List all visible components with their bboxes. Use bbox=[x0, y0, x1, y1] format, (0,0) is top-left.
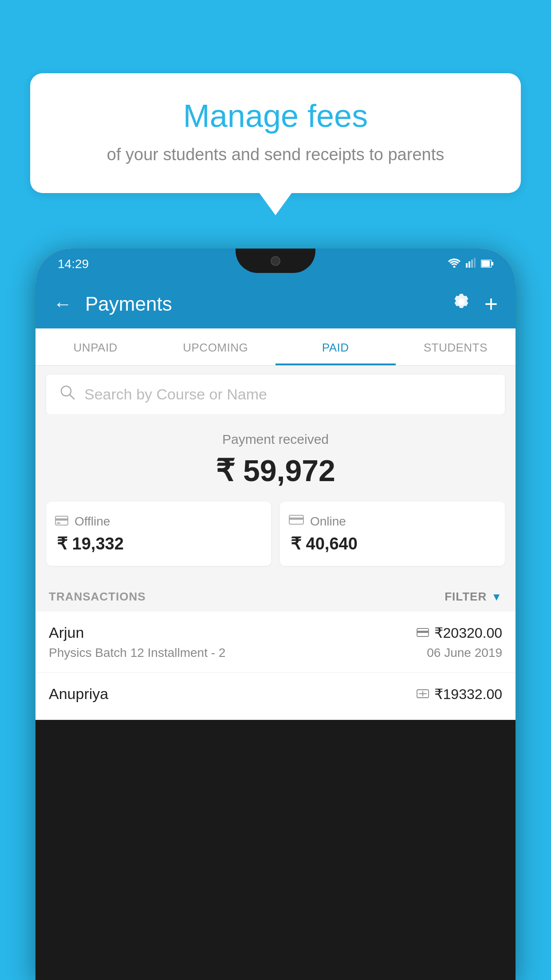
transactions-label: TRANSACTIONS bbox=[49, 590, 146, 604]
online-icon bbox=[289, 514, 304, 529]
transaction-name: Arjun bbox=[49, 624, 84, 641]
online-amount: ₹ 40,640 bbox=[289, 534, 496, 553]
speech-bubble: Manage fees of your students and send re… bbox=[30, 73, 521, 193]
search-icon bbox=[59, 384, 75, 404]
transaction-name-2: Anupriya bbox=[49, 685, 108, 703]
payment-total-amount: ₹ 59,972 bbox=[46, 453, 505, 488]
search-bar[interactable]: Search by Course or Name bbox=[46, 375, 505, 414]
svg-rect-7 bbox=[492, 262, 493, 265]
svg-rect-16 bbox=[417, 631, 429, 633]
payment-cards: Offline ₹ 19,332 Online bbox=[46, 502, 505, 566]
transaction-row-top-2: Anupriya ₹19332.00 bbox=[49, 685, 502, 703]
svg-rect-14 bbox=[289, 518, 303, 520]
offline-amount: ₹ 19,332 bbox=[55, 534, 262, 553]
transaction-item-arjun[interactable]: Arjun ₹20320.00 Physics Batch 12 Install… bbox=[35, 612, 516, 673]
app-bar-title: Payments bbox=[85, 293, 438, 315]
transaction-amount: ₹20320.00 bbox=[434, 624, 502, 641]
filter-icon: ▼ bbox=[491, 591, 502, 603]
svg-rect-1 bbox=[466, 263, 468, 268]
filter-label: FILTER bbox=[445, 590, 487, 604]
transaction-item-anupriya[interactable]: Anupriya ₹19332.00 bbox=[35, 673, 516, 720]
notch bbox=[236, 249, 315, 273]
transaction-row-top: Arjun ₹20320.00 bbox=[49, 624, 502, 641]
transaction-amount-2: ₹19332.00 bbox=[434, 686, 502, 703]
svg-rect-4 bbox=[474, 258, 476, 268]
svg-point-0 bbox=[453, 266, 456, 268]
tab-upcoming[interactable]: UPCOMING bbox=[156, 328, 276, 365]
transaction-course: Physics Batch 12 Installment - 2 bbox=[49, 646, 225, 660]
settings-button[interactable] bbox=[452, 292, 471, 316]
transaction-payment-icon bbox=[417, 625, 429, 640]
svg-rect-3 bbox=[471, 260, 473, 268]
transaction-row-bottom: Physics Batch 12 Installment - 2 06 June… bbox=[49, 646, 502, 660]
transaction-amount-row: ₹20320.00 bbox=[417, 624, 502, 641]
status-icons bbox=[448, 258, 493, 270]
tab-paid[interactable]: PAID bbox=[276, 328, 396, 365]
wifi-icon bbox=[448, 258, 460, 270]
phone-screen: 14:29 bbox=[35, 249, 516, 720]
online-card-header: Online bbox=[289, 514, 496, 529]
online-payment-card: Online ₹ 40,640 bbox=[280, 502, 505, 566]
offline-label: Offline bbox=[75, 514, 110, 529]
app-bar: ← Payments + bbox=[35, 280, 516, 328]
content-area: Search by Course or Name Payment receive… bbox=[35, 366, 516, 720]
svg-rect-11 bbox=[55, 518, 68, 521]
status-time: 14:29 bbox=[58, 257, 89, 271]
speech-bubble-subtitle: of your students and send receipts to pa… bbox=[57, 143, 494, 166]
speech-bubble-title: Manage fees bbox=[57, 98, 494, 134]
filter-button[interactable]: FILTER ▼ bbox=[445, 590, 502, 604]
payment-label: Payment received bbox=[46, 432, 505, 447]
online-label: Online bbox=[310, 514, 346, 529]
transaction-payment-icon-2 bbox=[417, 687, 429, 702]
svg-rect-12 bbox=[57, 522, 60, 524]
svg-rect-2 bbox=[468, 261, 470, 268]
add-button[interactable]: + bbox=[484, 292, 498, 316]
signal-icon bbox=[466, 258, 476, 270]
svg-rect-6 bbox=[482, 261, 490, 267]
tab-students[interactable]: STUDENTS bbox=[396, 328, 516, 365]
offline-payment-card: Offline ₹ 19,332 bbox=[46, 502, 271, 566]
offline-card-header: Offline bbox=[55, 514, 262, 529]
camera-notch bbox=[271, 256, 280, 266]
payment-summary: Payment received ₹ 59,972 bbox=[35, 414, 516, 579]
tab-bar: UNPAID UPCOMING PAID STUDENTS bbox=[35, 328, 516, 366]
transactions-header: TRANSACTIONS FILTER ▼ bbox=[35, 579, 516, 612]
battery-icon bbox=[481, 258, 493, 270]
svg-line-9 bbox=[70, 395, 74, 399]
app-bar-icons: + bbox=[452, 292, 498, 316]
phone-device: 14:29 bbox=[35, 249, 516, 980]
transaction-date: 06 June 2019 bbox=[427, 646, 502, 660]
offline-icon bbox=[55, 514, 68, 529]
search-input[interactable]: Search by Course or Name bbox=[84, 386, 267, 403]
back-button[interactable]: ← bbox=[53, 293, 72, 315]
tab-unpaid[interactable]: UNPAID bbox=[35, 328, 156, 365]
status-bar: 14:29 bbox=[35, 249, 516, 280]
transaction-amount-row-2: ₹19332.00 bbox=[417, 686, 502, 703]
